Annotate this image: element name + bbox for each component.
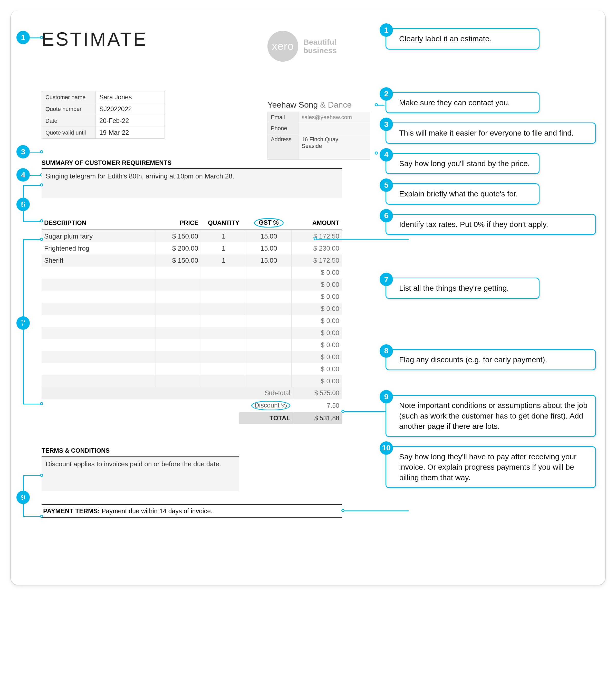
item-gst xyxy=(246,303,291,315)
table-row: $ 0.00 xyxy=(42,291,342,303)
item-gst xyxy=(246,279,291,291)
item-qty xyxy=(201,375,246,387)
item-desc xyxy=(42,339,156,351)
item-gst xyxy=(246,327,291,339)
item-gst: 15.00 xyxy=(246,230,291,243)
item-price xyxy=(156,339,201,351)
item-gst xyxy=(246,315,291,327)
callouts-column: 1 Clearly label it an estimate. 2 Make s… xyxy=(385,28,596,497)
item-desc: Sugar plum fairy xyxy=(42,230,156,243)
badge-7: 7 xyxy=(380,273,393,286)
item-qty: 1 xyxy=(201,242,246,254)
callout-9-text: Note important conditions or assumptions… xyxy=(399,401,588,430)
item-desc xyxy=(42,279,156,291)
label-quote-number: Quote number xyxy=(42,103,96,115)
item-amount: $ 0.00 xyxy=(291,279,342,291)
line-items-table: DESCRIPTION PRICE QUANTITY GST % AMOUNT … xyxy=(42,216,342,387)
callout-4: 4 Say how long you'll stand by the price… xyxy=(385,153,540,174)
col-gst: GST % xyxy=(246,216,291,230)
callout-9: 9 Note important conditions or assumptio… xyxy=(385,395,596,437)
callout-10: 10 Say how long they'll have to pay afte… xyxy=(385,446,596,488)
terms-text: Discount applies to invoices paid on or … xyxy=(42,457,239,491)
seller-contact-table: Email sales@yeehaw.com Phone Address 16 … xyxy=(267,112,370,160)
terms-heading: TERMS & CONDITIONS xyxy=(42,447,239,457)
item-qty xyxy=(201,303,246,315)
logo-tagline: Beautiful business xyxy=(303,38,350,55)
badge-8: 8 xyxy=(380,344,393,358)
label-phone: Phone xyxy=(268,123,299,134)
callout-5: 5 Explain briefly what the quote's for. xyxy=(385,183,540,205)
callout-6: 6 Identify tax rates. Put 0% if they don… xyxy=(385,214,596,235)
value-email: sales@yeehaw.com xyxy=(299,112,370,123)
item-desc xyxy=(42,375,156,387)
subtotal-label: Sub-total xyxy=(239,387,293,399)
seller-name-main: Yeehaw Song xyxy=(267,100,320,109)
item-desc: Frightened frog xyxy=(42,242,156,254)
item-price xyxy=(156,291,201,303)
callout-4-text: Say how long you'll stand by the price. xyxy=(399,159,530,168)
gst-highlight: GST % xyxy=(254,218,284,227)
item-amount: $ 0.00 xyxy=(291,339,342,351)
item-qty xyxy=(201,266,246,279)
item-amount: $ 0.00 xyxy=(291,351,342,363)
table-row: $ 0.00 xyxy=(42,351,342,363)
item-qty: 1 xyxy=(201,254,246,266)
item-amount: $ 230.00 xyxy=(291,242,342,254)
item-qty xyxy=(201,363,246,375)
badge-10: 10 xyxy=(380,441,393,455)
badge-4-left: 4 xyxy=(16,168,30,182)
callout-5-text: Explain briefly what the quote's for. xyxy=(399,190,518,198)
badge-1: 1 xyxy=(380,23,393,37)
label-date: Date xyxy=(42,115,96,127)
label-customer-name: Customer name xyxy=(42,91,96,103)
payment-label: PAYMENT TERMS: xyxy=(43,507,100,514)
label-email: Email xyxy=(268,112,299,123)
item-price xyxy=(156,327,201,339)
badge-3: 3 xyxy=(380,118,393,131)
item-gst xyxy=(246,291,291,303)
item-amount: $ 0.00 xyxy=(291,375,342,387)
item-qty: 1 xyxy=(201,230,246,243)
payment-text: Payment due within 14 days of invoice. xyxy=(100,507,213,514)
value-customer-name: Sara Jones xyxy=(96,91,165,103)
value-quote-number: SJ2022022 xyxy=(96,103,165,115)
table-row: $ 0.00 xyxy=(42,363,342,375)
value-valid-until: 19-Mar-22 xyxy=(96,127,165,139)
item-qty xyxy=(201,291,246,303)
item-amount: $ 0.00 xyxy=(291,303,342,315)
item-price: $ 150.00 xyxy=(156,254,201,266)
item-price xyxy=(156,351,201,363)
callout-8: 8 Flag any discounts (e.g. for early pay… xyxy=(385,349,596,371)
item-gst xyxy=(246,351,291,363)
item-amount: $ 0.00 xyxy=(291,291,342,303)
badge-5: 5 xyxy=(380,179,393,192)
item-amount: $ 172.50 xyxy=(291,254,342,266)
item-desc xyxy=(42,315,156,327)
total-value: $ 531.88 xyxy=(293,412,342,424)
table-row: $ 0.00 xyxy=(42,327,342,339)
item-price xyxy=(156,279,201,291)
item-desc xyxy=(42,291,156,303)
item-qty xyxy=(201,351,246,363)
table-row: Sheriff$ 150.00115.00$ 172.50 xyxy=(42,254,342,266)
item-desc xyxy=(42,327,156,339)
item-amount: $ 0.00 xyxy=(291,315,342,327)
badge-3-left: 3 xyxy=(16,145,30,159)
seller-name: Yeehaw Song & Dance xyxy=(267,100,370,109)
item-gst xyxy=(246,339,291,351)
callout-8-text: Flag any discounts (e.g. for early payme… xyxy=(399,356,547,364)
label-valid-until: Quote valid until xyxy=(42,127,96,139)
col-quantity: QUANTITY xyxy=(201,216,246,230)
table-row: Sugar plum fairy$ 150.00115.00$ 172.50 xyxy=(42,230,342,243)
col-description: DESCRIPTION xyxy=(42,216,156,230)
estimate-sheet: 1 ESTIMATE xero Beautiful business Custo… xyxy=(10,10,606,586)
subtotal-value: $ 575.00 xyxy=(293,387,342,399)
callout-3-text: This will make it easier for everyone to… xyxy=(399,129,574,137)
discount-label: Discount % xyxy=(239,399,293,412)
label-address: Address xyxy=(268,134,299,160)
col-price: PRICE xyxy=(156,216,201,230)
item-amount: $ 0.00 xyxy=(291,266,342,279)
value-phone xyxy=(299,123,370,134)
item-desc: Sheriff xyxy=(42,254,156,266)
callout-2-text: Make sure they can contact you. xyxy=(399,98,510,107)
